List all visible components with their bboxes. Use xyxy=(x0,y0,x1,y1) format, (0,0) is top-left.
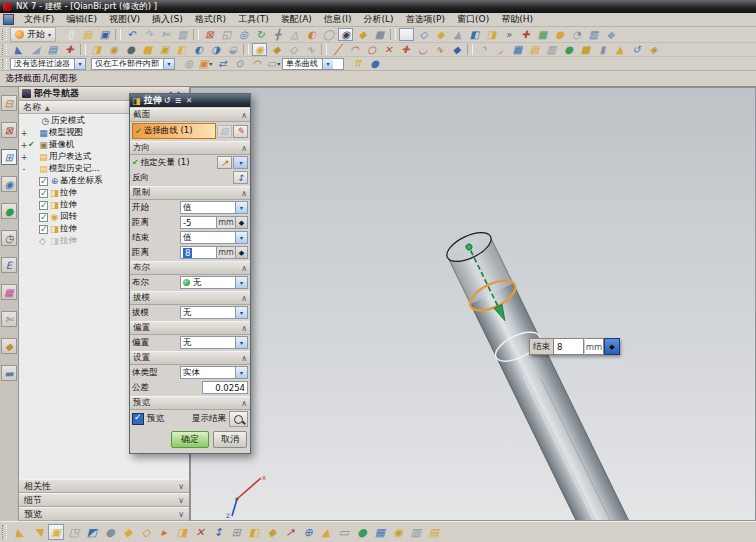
draw-section-button[interactable]: ✎ xyxy=(233,125,248,138)
gem-blue-icon[interactable]: ◆ xyxy=(449,43,464,56)
triangle-icon[interactable]: ▲ xyxy=(450,28,465,41)
toolbar-separator[interactable] xyxy=(321,44,327,55)
sphere-icon[interactable]: ● xyxy=(552,28,567,41)
delete-face-icon[interactable]: ◆ xyxy=(120,524,136,540)
body-type-dropdown[interactable]: 实体 ▾ xyxy=(180,366,248,379)
reuse-library-tab[interactable]: ◉ xyxy=(1,176,17,192)
move-face-icon[interactable]: ◣ xyxy=(12,524,28,540)
sketch-in-task-icon[interactable]: ◢ xyxy=(28,43,43,56)
make-fixed-icon[interactable]: ▭ xyxy=(336,524,352,540)
pan-icon[interactable]: ╋ xyxy=(270,28,285,41)
sketch-section-button[interactable]: ▨ xyxy=(217,125,232,138)
tree-expander[interactable]: - xyxy=(20,165,28,174)
cancel-button[interactable]: 取消 xyxy=(213,431,247,448)
stop-at-intersection-icon[interactable]: ⇈ xyxy=(350,57,365,70)
tree-expander[interactable]: + xyxy=(20,141,28,150)
copy-face-icon[interactable]: ◇ xyxy=(138,524,154,540)
circle-icon[interactable]: ○ xyxy=(364,43,379,56)
feature-checkbox[interactable] xyxy=(30,117,39,126)
constraint-navigator-tab[interactable]: ⊠ xyxy=(1,122,17,138)
make-parallel-icon[interactable]: ⊕ xyxy=(300,524,316,540)
curve-trim-icon[interactable]: ◞ xyxy=(493,43,508,56)
cylinder-icon[interactable]: ▮ xyxy=(595,43,610,56)
resize-face-icon[interactable]: ◩ xyxy=(84,524,100,540)
panel-icon[interactable]: ▥ xyxy=(586,28,601,41)
make-symmetric-icon[interactable]: ↗ xyxy=(282,524,298,540)
surface-icon[interactable]: ▦ xyxy=(510,43,525,56)
face-analysis-icon[interactable]: ◆ xyxy=(355,28,370,41)
revolve-icon[interactable]: ◉ xyxy=(106,43,121,56)
feature-icon[interactable]: ◆ xyxy=(433,28,448,41)
extrude-icon[interactable]: ◨ xyxy=(89,43,104,56)
point-x-icon[interactable]: ✕ xyxy=(381,43,396,56)
end-distance-field[interactable]: 8 xyxy=(180,246,217,259)
tree-expander[interactable]: + xyxy=(20,129,28,138)
start-distance-field[interactable]: -5 xyxy=(180,216,217,229)
diamond-icon[interactable]: ◈ xyxy=(646,43,661,56)
open-icon[interactable]: ▤ xyxy=(80,28,95,41)
true-shading-icon[interactable]: ◉ xyxy=(338,28,353,41)
undo-icon[interactable]: ↶ xyxy=(124,28,139,41)
subtract-icon[interactable]: ◑ xyxy=(208,43,223,56)
feature-checkbox[interactable] xyxy=(39,189,48,198)
tree-expander[interactable]: + xyxy=(20,153,28,162)
thread-icon[interactable]: ∿ xyxy=(303,43,318,56)
menu-preferences[interactable]: 首选项(P) xyxy=(400,13,451,26)
rotate-view-icon[interactable]: ↻ xyxy=(253,28,268,41)
quarter-icon[interactable]: ◔ xyxy=(569,28,584,41)
grid-icon[interactable]: ▦ xyxy=(535,28,550,41)
point-plus-icon[interactable]: ✚ xyxy=(398,43,413,56)
toolbar-separator[interactable] xyxy=(193,29,199,40)
cone-icon[interactable]: ▲ xyxy=(612,43,627,56)
menu-window[interactable]: 窗口(O) xyxy=(451,13,495,26)
menu-view[interactable]: 视图(V) xyxy=(103,13,146,26)
offset-region-icon[interactable]: ▣ xyxy=(48,524,64,540)
draft-dropdown[interactable]: 无 ▾ xyxy=(180,306,248,319)
menu-format[interactable]: 格式(R) xyxy=(189,13,232,26)
gold-cube-icon[interactable]: ◨ xyxy=(484,28,499,41)
preview-group-header[interactable]: 预览 ∧ xyxy=(130,396,250,410)
nav-section-dependencies[interactable]: 相关性 ∨ xyxy=(19,479,189,493)
selection-scope-dropdown[interactable]: 仅在工作部件内部 ▾ xyxy=(91,58,175,70)
copy-icon[interactable]: ▥ xyxy=(175,28,190,41)
shell-icon[interactable]: ◇ xyxy=(286,43,301,56)
toolbar-separator[interactable] xyxy=(390,29,396,40)
linear-dimension-icon[interactable]: ▦ xyxy=(372,524,388,540)
dialog-close-button[interactable]: ✕ xyxy=(184,96,195,105)
wireframe-view-icon[interactable]: ◯ xyxy=(321,28,336,41)
boolean-dropdown[interactable]: 无 ▾ xyxy=(180,276,248,289)
toolbar-separator[interactable] xyxy=(115,29,121,40)
point-icon[interactable]: ✚ xyxy=(62,43,77,56)
dialog-title-bar[interactable]: ◨ 拉伸 ↺ ≡ ✕ xyxy=(130,94,250,107)
arc-icon[interactable]: ◠ xyxy=(347,43,362,56)
gem-icon[interactable]: ◆ xyxy=(603,28,618,41)
system-scenes-tab[interactable]: ◆ xyxy=(1,338,17,354)
line-icon[interactable]: ╱ xyxy=(330,43,345,56)
region-combo-icon[interactable]: ▭ xyxy=(266,57,281,70)
mirror-face-icon[interactable]: ✕ xyxy=(192,524,208,540)
menu-edit[interactable]: 编辑(E) xyxy=(60,13,103,26)
toolbar-separator[interactable] xyxy=(80,44,86,55)
offset-group-header[interactable]: 偏置 ∧ xyxy=(130,321,250,335)
menu-help[interactable]: 帮助(H) xyxy=(495,13,539,26)
show-constraint-icon[interactable]: ● xyxy=(354,524,370,540)
arc-snap-icon[interactable]: ◠ xyxy=(249,57,264,70)
conic-icon[interactable]: ◡ xyxy=(415,43,430,56)
nav-section-preview[interactable]: 预览 ∨ xyxy=(19,507,189,521)
shaded-view-icon[interactable]: ◐ xyxy=(304,28,319,41)
ok-button[interactable]: 确定 xyxy=(171,431,209,448)
draft-group-header[interactable]: 拔模 ∧ xyxy=(130,291,250,305)
end-limit-dropdown[interactable]: 值 ▾ xyxy=(180,231,248,244)
title-bar[interactable]: NX 7 - 建模 - [QianBi.prt (修改的) ] xyxy=(0,0,756,13)
point-method-combo-icon[interactable]: ▣ xyxy=(198,57,213,70)
pad-icon[interactable]: ◧ xyxy=(174,43,189,56)
selection-filter-dropdown[interactable]: 没有选择过滤器 ▾ xyxy=(10,58,86,70)
vector-dialog-button[interactable]: ↗ xyxy=(217,156,232,169)
new-part-icon[interactable]: ▯ xyxy=(63,28,78,41)
menu-file[interactable]: 文件(F) xyxy=(18,13,60,26)
start-distance-spinner[interactable]: ◆ xyxy=(236,216,248,229)
feature-checkbox[interactable] xyxy=(39,237,48,246)
cut-face-icon[interactable]: ◨ xyxy=(174,524,190,540)
save-icon[interactable]: ▣ xyxy=(97,28,112,41)
make-perpendicular-icon[interactable]: ▲ xyxy=(318,524,334,540)
